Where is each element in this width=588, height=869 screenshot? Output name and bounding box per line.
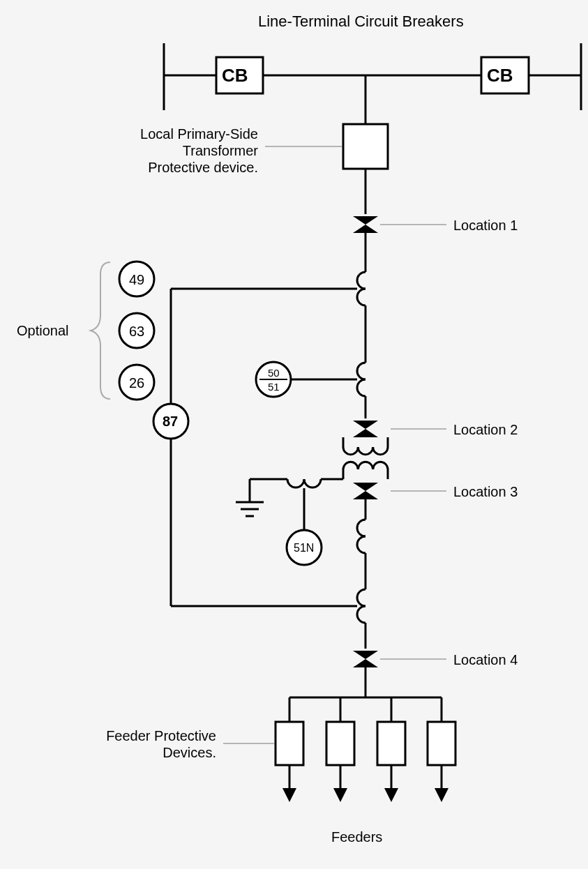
svg-marker-48 xyxy=(333,788,347,802)
ct-primary-87 xyxy=(357,272,365,305)
loc2-label: Location 2 xyxy=(453,421,518,438)
tie-loc3 xyxy=(353,483,378,499)
title-label: Line-Terminal Circuit Breakers xyxy=(258,13,464,31)
relay-50-text: 50 xyxy=(268,367,280,379)
svg-rect-42 xyxy=(276,722,303,765)
feeders-label: Feeders xyxy=(331,829,382,845)
svg-marker-56 xyxy=(435,788,448,802)
feeder-group xyxy=(276,697,455,802)
ct-50-51 xyxy=(357,363,365,396)
relay-51-text: 51 xyxy=(268,381,280,393)
leader-lines xyxy=(223,146,446,743)
cb-left-text: CB xyxy=(222,65,248,86)
svg-marker-38 xyxy=(353,659,378,667)
relay-51N-text: 51N xyxy=(294,541,314,554)
svg-marker-15 xyxy=(353,421,378,429)
ct-neutral xyxy=(287,479,321,488)
loc3-label: Location 3 xyxy=(453,483,518,500)
relay-26-text: 26 xyxy=(129,375,144,391)
xfmr-primary-winding xyxy=(343,437,388,455)
tie-loc1 xyxy=(353,216,378,233)
loc4-label: Location 4 xyxy=(453,651,518,668)
tie-loc4 xyxy=(353,651,378,667)
svg-marker-7 xyxy=(353,216,378,225)
tie-loc2 xyxy=(353,421,378,437)
loc1-label: Location 1 xyxy=(453,217,518,234)
cb-right-text: CB xyxy=(487,65,513,86)
relay-87-text: 87 xyxy=(163,413,178,430)
svg-marker-37 xyxy=(353,651,378,659)
svg-marker-23 xyxy=(353,491,378,499)
primary-device-box xyxy=(343,124,388,169)
relay-63-text: 63 xyxy=(129,323,144,340)
svg-marker-22 xyxy=(353,483,378,491)
svg-marker-52 xyxy=(384,788,398,802)
ground-symbol xyxy=(236,502,264,516)
primary-device-label: Local Primary-Side Transformer Protectiv… xyxy=(101,126,258,176)
ct-secondary-upper xyxy=(357,520,365,553)
svg-marker-44 xyxy=(282,788,296,802)
diagram-canvas: Line-Terminal Circuit Breakers CB CB Loc… xyxy=(0,0,588,869)
ct-secondary-87 xyxy=(357,589,365,623)
svg-rect-50 xyxy=(377,722,405,765)
feeder-protect-label: Feeder Protective Devices. xyxy=(94,727,216,761)
xfmr-secondary-winding xyxy=(343,462,388,479)
optional-label: Optional xyxy=(17,322,69,339)
svg-marker-8 xyxy=(353,225,378,233)
svg-marker-16 xyxy=(353,429,378,437)
svg-rect-46 xyxy=(326,722,354,765)
optional-brace xyxy=(91,262,110,399)
relay-49-text: 49 xyxy=(129,271,144,288)
svg-rect-54 xyxy=(428,722,455,765)
